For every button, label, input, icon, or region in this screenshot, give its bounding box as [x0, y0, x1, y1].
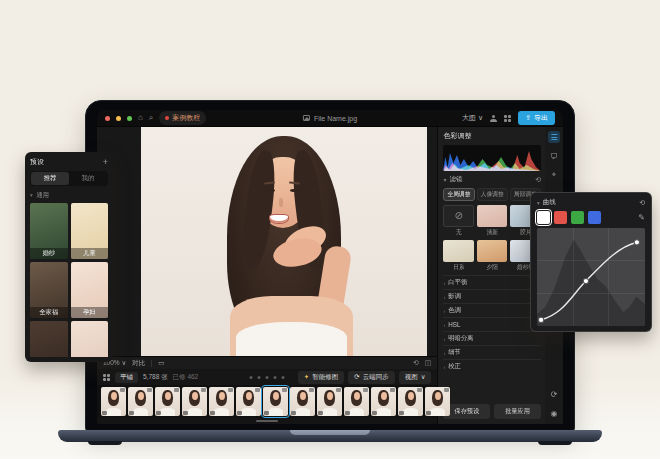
tile-mode-button[interactable]: 平铺	[115, 372, 138, 383]
no-filter-tile[interactable]	[443, 205, 474, 227]
thumb-badge	[102, 411, 107, 415]
curve-channel-red[interactable]	[554, 211, 567, 224]
support-headset-icon[interactable]: ◉	[548, 407, 560, 419]
curves-panel: ▾ 曲线 ⟲ ✎	[530, 192, 652, 332]
apps-grid-icon[interactable]	[504, 115, 511, 122]
work-column: 100% ∨ 对比 ▭ ⟲ ◫ 平铺	[97, 127, 437, 424]
adjust-tab-人像调整[interactable]: 人像调整	[477, 188, 508, 201]
filmstrip-thumb[interactable]	[290, 387, 315, 416]
export-label: 导出	[534, 113, 548, 123]
filmstrip-thumb[interactable]	[128, 387, 153, 416]
filter-tile[interactable]	[443, 240, 474, 262]
view-mode-dropdown[interactable]: 视图 ∨	[399, 371, 432, 384]
zoom-window-button[interactable]	[127, 116, 132, 121]
main-photo[interactable]	[141, 127, 427, 356]
history-undo-icon[interactable]: ⟲	[413, 359, 419, 367]
titlebar: ⌂ ⌕ 案例教程 File Name.jpg 大图 ∨	[97, 110, 563, 127]
save-preset-button[interactable]: 保存预设	[443, 404, 490, 419]
preset-thumbnail[interactable]: 孕妇	[71, 262, 109, 318]
filter-preset[interactable]: 日系	[443, 240, 474, 272]
section-label: 白平衡	[448, 278, 467, 287]
filmstrip-scrollbar[interactable]	[97, 418, 437, 424]
curve-control-point[interactable]	[583, 278, 588, 283]
pagination-dot[interactable]	[250, 376, 253, 379]
curve-channel-blue[interactable]	[588, 211, 601, 224]
smart-retouch-button[interactable]: ✦ 智能修图	[298, 371, 344, 384]
section-row-细节[interactable]: ›细节	[443, 345, 541, 359]
batch-apply-button[interactable]: 批量应用	[494, 404, 541, 419]
section-row-白平衡[interactable]: ›白平衡	[443, 275, 541, 289]
filmstrip-thumb[interactable]	[155, 387, 180, 416]
filmstrip-thumb[interactable]	[236, 387, 261, 416]
minimize-window-button[interactable]	[116, 116, 121, 121]
filter-preset[interactable]: 夕阳	[477, 240, 508, 272]
filmstrip-thumb[interactable]	[101, 387, 126, 416]
view-size-dropdown[interactable]: 大图 ∨	[462, 113, 483, 123]
account-icon[interactable]	[490, 115, 497, 122]
add-preset-button[interactable]: +	[103, 158, 108, 167]
tutorial-pill[interactable]: 案例教程	[159, 111, 206, 125]
filmstrip-thumb[interactable]	[182, 387, 207, 416]
pagination-dot[interactable]	[258, 376, 261, 379]
layout-grid-icon[interactable]	[103, 374, 110, 381]
filter-preset[interactable]: 无	[443, 205, 474, 237]
export-button[interactable]: ⇪ 导出	[518, 111, 555, 125]
section-row-影调[interactable]: ›影调	[443, 289, 541, 303]
pagination-dot[interactable]	[266, 376, 269, 379]
preset-thumbnail[interactable]	[71, 321, 109, 357]
home-icon[interactable]: ⌂	[138, 114, 143, 122]
curve-control-point[interactable]	[538, 317, 543, 322]
section-row-校正[interactable]: ›校正	[443, 359, 541, 373]
photo-eye	[290, 189, 299, 192]
presets-tab-我的[interactable]: 我的	[69, 172, 107, 185]
pagination-dot[interactable]	[282, 376, 285, 379]
reset-icon[interactable]: ⟲	[535, 176, 541, 184]
curve-channel-white[interactable]	[537, 211, 550, 224]
presets-section-row[interactable]: ▾ 通用	[30, 191, 108, 200]
canvas-area[interactable]	[97, 127, 437, 356]
camera-icon[interactable]: ⌖	[548, 169, 560, 181]
preset-thumbnail[interactable]: 儿童	[71, 203, 109, 259]
filter-section-row[interactable]: ▾ 滤镜 ⟲	[443, 171, 541, 187]
section-row-明暗分离[interactable]: ›明暗分离	[443, 331, 541, 345]
preset-thumbnail[interactable]: 全家福	[30, 262, 68, 318]
curve-control-point[interactable]	[634, 240, 639, 245]
section-row-HSL[interactable]: ›HSL	[443, 317, 541, 331]
thumb-badge	[309, 388, 314, 392]
crop-icon[interactable]: ▭	[158, 359, 164, 367]
filmstrip-thumb[interactable]	[371, 387, 396, 416]
curve-channel-green[interactable]	[571, 211, 584, 224]
search-icon[interactable]: ⌕	[149, 114, 153, 122]
rgb-histogram	[443, 145, 541, 171]
before-after-icon[interactable]: ◫	[425, 359, 432, 367]
filmstrip-thumb[interactable]	[209, 387, 234, 416]
section-row-色调[interactable]: ›色调	[443, 303, 541, 317]
targeted-adjust-icon[interactable]: ✎	[638, 213, 645, 222]
compare-button[interactable]: 对比	[132, 359, 145, 368]
cloud-sync-button[interactable]: ⟳ 云端同步	[348, 371, 394, 384]
thumb-figure	[408, 392, 414, 400]
filmstrip-thumb[interactable]	[344, 387, 369, 416]
filmstrip-thumb[interactable]	[317, 387, 342, 416]
thumb-badge	[336, 388, 341, 392]
filter-preset[interactable]: 清新	[477, 205, 508, 237]
presets-tab-推荐[interactable]: 推荐	[31, 172, 69, 185]
chevron-right-icon: ›	[443, 364, 445, 370]
pagination-dot[interactable]	[274, 376, 277, 379]
adjust-tab-全局调整[interactable]: 全局调整	[443, 188, 474, 201]
filmstrip-thumb[interactable]	[398, 387, 423, 416]
image-icon	[303, 115, 310, 121]
curve-graph[interactable]	[537, 228, 645, 326]
filter-tile[interactable]	[477, 205, 508, 227]
scrollbar-handle[interactable]	[256, 420, 278, 422]
refresh-icon[interactable]: ⟳	[548, 388, 560, 400]
preset-thumbnail[interactable]: 婚纱	[30, 203, 68, 259]
comment-icon[interactable]: 🗩	[548, 150, 560, 162]
filter-tile[interactable]	[477, 240, 508, 262]
preset-thumbnail[interactable]	[30, 321, 68, 357]
curves-reset-icon[interactable]: ⟲	[639, 199, 645, 207]
filmstrip-thumb[interactable]	[425, 387, 450, 416]
close-window-button[interactable]	[105, 116, 110, 121]
adjustments-tool-icon[interactable]: ☰	[548, 131, 560, 143]
filmstrip-thumb[interactable]	[263, 387, 288, 416]
